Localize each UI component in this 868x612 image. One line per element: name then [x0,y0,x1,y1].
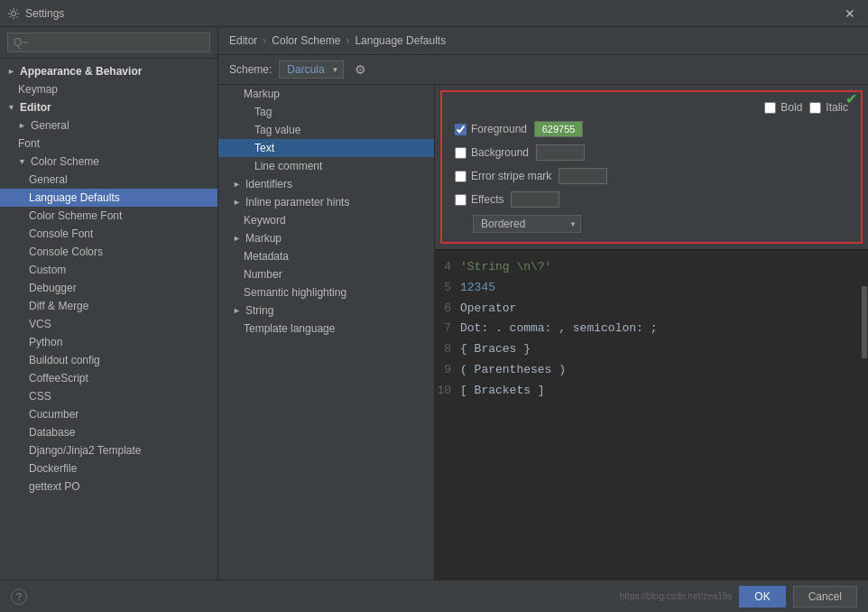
error-stripe-label: Error stripe mark [471,170,551,182]
bordered-dropdown-row: Bordered [455,215,848,233]
sidebar-item-dockerfile[interactable]: Dockerfile [0,459,217,478]
list-item-text[interactable]: Text [218,139,434,157]
background-checkbox-label[interactable]: Background [455,146,529,159]
scheme-select[interactable]: Darcula [279,60,344,79]
line-content: Dot: . comma: , semicolon: ; [460,320,868,338]
item-label: Identifiers [245,178,292,190]
sidebar-item-python[interactable]: Python [0,333,217,351]
list-item-string[interactable]: ► String [218,301,434,320]
line-number: 7 [435,320,460,338]
sidebar-item-diff-merge[interactable]: Diff & Merge [0,297,217,315]
item-label: Metadata [244,250,289,263]
bottom-buttons: https://blog.csdn.net/zea19s OK Cancel [620,586,857,607]
list-item-number[interactable]: Number [218,265,434,283]
close-button[interactable]: ✕ [839,5,861,23]
sidebar-item-cucumber[interactable]: Cucumber [0,405,217,423]
italic-checkbox[interactable] [809,102,821,114]
sidebar-item-general2[interactable]: General [0,171,217,189]
expand-icon: ► [18,121,27,130]
sidebar-item-label: Color Scheme Font [29,209,122,222]
list-item-markup[interactable]: Markup [218,85,434,103]
sidebar-item-gettext[interactable]: gettext PO [0,478,217,496]
error-stripe-color-swatch[interactable] [559,168,607,184]
sidebar-item-general[interactable]: ► General [0,116,217,134]
sidebar-item-label: Diff & Merge [29,300,88,312]
list-item-template[interactable]: Template language [218,320,434,338]
sidebar-item-coffeescript[interactable]: CoffeeScript [0,369,217,387]
sidebar-tree: ► Appearance & Behavior Keymap ▼ Editor … [0,59,217,580]
foreground-row: Foreground 629755 [455,121,848,137]
sidebar-item-custom[interactable]: Custom [0,261,217,279]
item-label: String [245,304,273,317]
sidebar-item-buildout[interactable]: Buildout config [0,351,217,369]
sidebar-item-css[interactable]: CSS [0,387,217,405]
line-content: 12345 [460,279,868,298]
title-bar: Settings ✕ [0,0,868,27]
sidebar-item-label: Color Scheme [31,155,99,168]
sidebar-item-debugger[interactable]: Debugger [0,279,217,297]
effects-checkbox-label[interactable]: Effects [455,193,503,206]
expand-icon: ▼ [7,103,16,112]
list-item-markup2[interactable]: ► Markup [218,229,434,247]
error-stripe-checkbox-label[interactable]: Error stripe mark [455,170,551,182]
line-number: 10 [435,382,460,401]
list-item-tag[interactable]: Tag [218,103,434,121]
item-label: Line comment [254,160,322,172]
gear-button[interactable]: ⚙ [351,60,370,79]
checkmark-icon: ✔ [845,91,857,107]
sidebar-item-colorscheme[interactable]: ▼ Color Scheme [0,153,217,171]
apply-checkmark[interactable]: ✔ [845,90,857,107]
list-item-identifiers[interactable]: ► Identifiers [218,175,434,193]
background-color-swatch[interactable] [536,144,585,161]
preview-line-9: 9 ( Parentheses ) [435,360,868,381]
sidebar-item-label: Custom [29,264,66,276]
list-item-tagvalue[interactable]: Tag value [218,121,434,139]
effects-color-swatch[interactable] [511,191,559,208]
cancel-button[interactable]: Cancel [793,586,857,607]
sidebar-item-vcs[interactable]: VCS [0,315,217,333]
sidebar-item-label: VCS [29,318,51,330]
sidebar-item-django[interactable]: Django/Jinja2 Template [0,441,217,459]
sidebar-item-label: General [29,173,68,186]
list-item-keyword[interactable]: Keyword [218,211,434,229]
list-item-metadata[interactable]: Metadata [218,247,434,265]
list-item-inline-hints[interactable]: ► Inline parameter hints [218,193,434,211]
foreground-checkbox[interactable] [455,124,466,135]
dialog: ► Appearance & Behavior Keymap ▼ Editor … [0,27,868,612]
background-checkbox[interactable] [455,147,466,159]
line-content: ( Parentheses ) [460,361,868,380]
list-item-semantic[interactable]: Semantic highlighting [218,283,434,301]
sidebar-item-colorscheme-font[interactable]: Color Scheme Font [0,207,217,225]
settings-icon [7,7,20,20]
line-number: 8 [435,340,460,359]
bordered-select[interactable]: Bordered [473,215,581,233]
sidebar-item-database[interactable]: Database [0,423,217,441]
bottom-bar: ? https://blog.csdn.net/zea19s OK Cancel [0,580,868,612]
sidebar-item-console-colors[interactable]: Console Colors [0,243,217,261]
search-input[interactable] [7,32,210,52]
foreground-color-swatch[interactable]: 629755 [534,121,583,137]
bold-checkbox[interactable] [764,102,776,114]
sidebar-item-language-defaults[interactable]: Language Defaults [0,189,217,207]
item-label: Markup [244,88,280,100]
foreground-checkbox-label[interactable]: Foreground [455,123,527,135]
sidebar-item-console-font[interactable]: Console Font [0,225,217,243]
effects-checkbox[interactable] [455,194,466,206]
sidebar-item-editor[interactable]: ▼ Editor [0,98,217,116]
list-item-linecomment[interactable]: Line comment [218,157,434,175]
sidebar-item-label: Cucumber [29,408,78,421]
right-panel: Editor › Color Scheme › Language Default… [218,27,868,580]
vertical-scrollbar[interactable] [861,250,868,580]
sidebar-item-appearance[interactable]: ► Appearance & Behavior [0,62,217,80]
error-stripe-checkbox[interactable] [455,171,466,182]
sidebar-item-keymap[interactable]: Keymap [0,80,217,98]
sidebar-item-label: Editor [20,101,51,114]
list-panel: Markup Tag Tag value Text Line comment [218,85,435,580]
help-button[interactable]: ? [11,589,27,605]
content-area: ► Appearance & Behavior Keymap ▼ Editor … [0,27,868,580]
ok-button[interactable]: OK [739,586,785,607]
sidebar-item-font[interactable]: Font [0,134,217,153]
bold-checkbox-label[interactable]: Bold [764,101,802,114]
props-panel: Bold Italic Foreground [435,85,868,580]
italic-checkbox-label[interactable]: Italic [809,101,848,114]
